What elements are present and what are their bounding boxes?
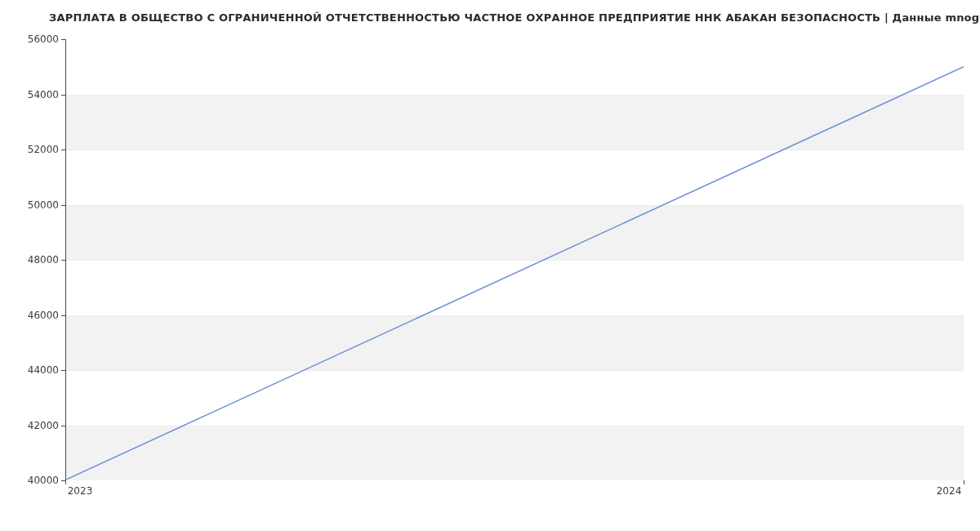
- y-tick-mark: [61, 260, 65, 261]
- y-tick-label: 48000: [28, 254, 59, 266]
- y-tick-label: 42000: [28, 420, 59, 431]
- chart-title: ЗАРПЛАТА В ОБЩЕСТВО С ОГРАНИЧЕННОЙ ОТЧЕТ…: [49, 11, 980, 24]
- x-tick-label: 2023: [68, 485, 93, 497]
- x-tick-label: 2024: [937, 485, 962, 497]
- y-tick-label: 52000: [28, 144, 59, 155]
- y-tick-label: 40000: [28, 475, 59, 486]
- y-tick-mark: [61, 95, 65, 96]
- y-tick-label: 56000: [28, 33, 59, 45]
- y-tick-mark: [61, 149, 65, 150]
- x-tick-mark: [65, 480, 66, 484]
- y-tick-label: 54000: [28, 89, 59, 100]
- y-tick-mark: [61, 370, 65, 371]
- y-tick-mark: [61, 315, 65, 316]
- line-series: [66, 39, 964, 480]
- y-tick-mark: [61, 205, 65, 206]
- y-tick-label: 44000: [28, 364, 59, 376]
- y-tick-label: 50000: [28, 199, 59, 211]
- y-tick-label: 46000: [28, 310, 59, 321]
- axes: [65, 39, 964, 480]
- x-tick-mark: [964, 480, 964, 484]
- plot-area: 4000042000440004600048000500005200054000…: [65, 39, 964, 480]
- chart-container: ЗАРПЛАТА В ОБЩЕСТВО С ОГРАНИЧЕННОЙ ОТЧЕТ…: [0, 0, 980, 531]
- y-tick-mark: [61, 39, 65, 40]
- y-tick-mark: [61, 426, 65, 426]
